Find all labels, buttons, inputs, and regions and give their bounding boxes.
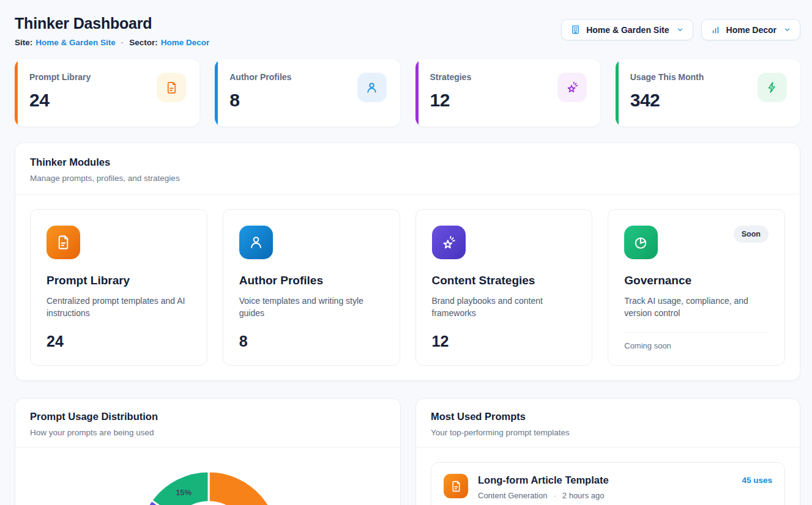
- module-footnote: Coming soon: [624, 332, 769, 350]
- document-icon: [444, 474, 468, 498]
- module-description: Brand playbooks and content frameworks: [432, 295, 576, 320]
- stat-label: Strategies: [430, 72, 472, 82]
- stat-card-author-profiles: Author Profiles 8: [215, 59, 400, 127]
- module-description: Track AI usage, compliance, and version …: [624, 295, 769, 320]
- prompt-meta: Content Generation · 2 hours ago: [478, 491, 732, 500]
- prompt-info: Long-form Article Template Content Gener…: [478, 474, 732, 500]
- prompt-time: 2 hours ago: [562, 491, 605, 500]
- sparkle-star-icon: [557, 73, 587, 102]
- stat-card-strategies: Strategies 12: [415, 59, 600, 127]
- topbar: Thinker Dashboard Site: Home & Garden Si…: [15, 15, 800, 47]
- panel-title: Prompt Usage Distribution: [30, 411, 386, 422]
- sector-selector-dropdown[interactable]: Home Decor: [701, 19, 800, 40]
- soon-badge: Soon: [734, 226, 769, 243]
- module-title: Content Strategies: [432, 274, 576, 287]
- lightning-icon: [758, 73, 787, 102]
- site-link[interactable]: Home & Garden Site: [35, 38, 116, 47]
- module-top: [239, 226, 384, 259]
- stats-row: Prompt Library 24 Author Profiles 8: [15, 59, 800, 127]
- stat-value: 24: [29, 90, 91, 111]
- donut-chart: 15%: [15, 448, 400, 505]
- stat-label: Prompt Library: [29, 72, 91, 82]
- breadcrumb: Site: Home & Garden Site · Sector: Home …: [15, 38, 209, 47]
- module-card-governance[interactable]: Soon Governance Track AI usage, complian…: [608, 209, 785, 366]
- building-icon: [570, 24, 581, 35]
- stat-text: Usage This Month 342: [630, 72, 704, 127]
- panel-title: Thinker Modules: [30, 157, 785, 168]
- module-card-content-strategies[interactable]: Content Strategies Brand playbooks and c…: [415, 209, 593, 366]
- bottom-grid: Prompt Usage Distribution How your promp…: [15, 398, 800, 505]
- stat-label: Author Profiles: [229, 72, 291, 82]
- thinker-modules-panel: Thinker Modules Manage prompts, profiles…: [15, 142, 800, 381]
- page-title: Thinker Dashboard: [15, 15, 209, 32]
- chevron-down-icon: [783, 26, 791, 34]
- site-selector-label: Home & Garden Site: [586, 25, 669, 35]
- prompts-card-header: Most Used Prompts Your top-performing pr…: [416, 399, 800, 448]
- donut-slice-label: 15%: [176, 488, 192, 497]
- prompt-usage-card: Prompt Usage Distribution How your promp…: [15, 398, 401, 505]
- breadcrumb-separator: ·: [121, 38, 124, 47]
- module-card-author-profiles[interactable]: Author Profiles Voice templates and writ…: [223, 209, 400, 366]
- module-title: Governance: [624, 274, 769, 287]
- module-count: 12: [432, 333, 576, 350]
- stat-card-usage: Usage This Month 342: [616, 59, 800, 127]
- stat-text: Strategies 12: [430, 72, 472, 127]
- bar-chart-icon: [710, 24, 721, 35]
- prompt-category: Content Generation: [478, 491, 547, 500]
- modules-panel-header: Thinker Modules Manage prompts, profiles…: [15, 143, 800, 194]
- prompt-list: Long-form Article Template Content Gener…: [416, 448, 800, 505]
- prompt-list-item[interactable]: Long-form Article Template Content Gener…: [431, 462, 785, 505]
- panel-title: Most Used Prompts: [431, 411, 785, 422]
- module-description: Voice templates and writing style guides: [239, 295, 384, 320]
- stat-value: 12: [430, 90, 472, 111]
- stat-card-prompt-library: Prompt Library 24: [15, 59, 199, 127]
- module-title: Author Profiles: [239, 274, 384, 287]
- sector-link[interactable]: Home Decor: [161, 38, 210, 47]
- stat-text: Author Profiles 8: [229, 72, 291, 127]
- sector-selector-label: Home Decor: [726, 25, 777, 35]
- document-icon: [47, 226, 80, 259]
- panel-subtitle: Manage prompts, profiles, and strategies: [30, 174, 785, 183]
- user-icon: [239, 226, 273, 259]
- document-icon: [157, 73, 186, 102]
- module-title: Prompt Library: [47, 274, 191, 287]
- sparkle-star-icon: [432, 226, 466, 259]
- stat-value: 8: [229, 90, 291, 111]
- modules-grid: Prompt Library Centralized prompt templa…: [15, 194, 800, 380]
- sector-label: Sector:: [129, 38, 158, 47]
- most-used-prompts-card: Most Used Prompts Your top-performing pr…: [415, 398, 800, 505]
- header-selectors: Home & Garden Site Home Decor: [561, 19, 800, 40]
- module-count: 8: [239, 333, 384, 350]
- stat-label: Usage This Month: [630, 72, 704, 82]
- module-top: [432, 226, 576, 259]
- prompt-uses-badge: 45 uses: [742, 476, 772, 485]
- site-selector-dropdown[interactable]: Home & Garden Site: [561, 19, 693, 40]
- meta-separator: ·: [553, 491, 556, 500]
- stat-value: 342: [630, 90, 704, 111]
- site-label: Site:: [15, 38, 32, 47]
- panel-subtitle: Your top-performing prompt templates: [431, 428, 785, 437]
- thinker-dashboard-page: Thinker Dashboard Site: Home & Garden Si…: [0, 0, 812, 505]
- prompt-title: Long-form Article Template: [478, 474, 732, 486]
- pie-chart-icon: [624, 226, 658, 259]
- module-top: Soon: [624, 226, 769, 259]
- module-count: 24: [47, 333, 191, 350]
- donut-chart-svg: 15%: [15, 448, 401, 505]
- panel-subtitle: How your prompts are being used: [30, 428, 386, 437]
- module-top: [47, 226, 191, 259]
- module-description: Centralized prompt templates and AI inst…: [47, 295, 191, 320]
- usage-card-header: Prompt Usage Distribution How your promp…: [15, 399, 400, 448]
- chevron-down-icon: [676, 26, 684, 34]
- user-icon: [357, 73, 387, 102]
- module-card-prompt-library[interactable]: Prompt Library Centralized prompt templa…: [30, 209, 207, 366]
- header-left: Thinker Dashboard Site: Home & Garden Si…: [15, 15, 209, 47]
- stat-text: Prompt Library 24: [29, 72, 91, 127]
